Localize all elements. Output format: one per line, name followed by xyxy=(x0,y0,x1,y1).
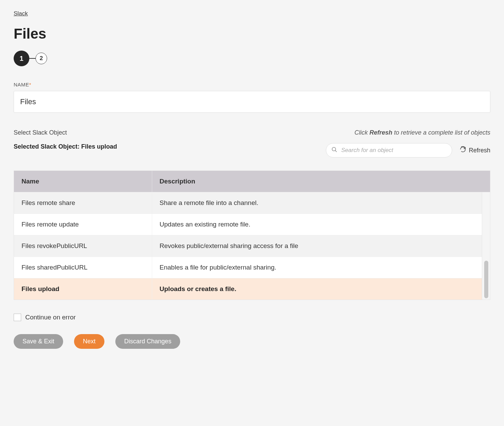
cell-name: Files sharedPublicURL xyxy=(14,257,152,278)
refresh-label: Refresh xyxy=(469,147,490,154)
refresh-hint-prefix: Click xyxy=(355,129,370,136)
table-row[interactable]: Files revokePublicURLRevokes public/exte… xyxy=(14,235,490,257)
continue-on-error-label: Continue on error xyxy=(25,314,76,321)
next-button[interactable]: Next xyxy=(74,334,104,349)
cell-name: Files revokePublicURL xyxy=(14,235,152,257)
name-field-label: NAME* xyxy=(14,82,490,87)
col-header-description[interactable]: Description xyxy=(152,171,490,192)
cell-description: Uploads or creates a file. xyxy=(152,278,490,300)
selected-object-value: Files upload xyxy=(81,143,117,150)
refresh-hint-suffix: to retrieve a complete list of objects xyxy=(392,129,490,136)
breadcrumb-slack[interactable]: Slack xyxy=(14,10,28,17)
table-row[interactable]: Files remote shareShare a remote file in… xyxy=(14,192,490,214)
object-search-input[interactable] xyxy=(326,143,452,157)
refresh-hint: Click Refresh to retrieve a complete lis… xyxy=(355,129,490,136)
step-1[interactable]: 1 xyxy=(14,51,29,66)
step-2[interactable]: 2 xyxy=(35,53,47,64)
step-connector xyxy=(29,58,35,59)
cell-description: Enables a file for public/external shari… xyxy=(152,257,490,278)
search-icon xyxy=(331,147,337,154)
continue-on-error-checkbox[interactable] xyxy=(14,314,21,321)
table-row[interactable]: Files remote updateUpdates an existing r… xyxy=(14,214,490,235)
table-row[interactable]: Files sharedPublicURLEnables a file for … xyxy=(14,257,490,278)
selected-object-prefix: Selected Slack Object: xyxy=(14,143,81,150)
object-table-wrap: Name Description Files remote shareShare… xyxy=(14,170,490,300)
required-star: * xyxy=(29,82,31,87)
svg-point-0 xyxy=(332,147,336,151)
discard-changes-button[interactable]: Discard Changes xyxy=(115,334,180,349)
cell-description: Share a remote file into a channel. xyxy=(152,192,490,214)
name-input[interactable] xyxy=(14,91,490,113)
refresh-icon xyxy=(460,146,466,154)
select-object-label: Select Slack Object xyxy=(14,129,117,136)
name-field-label-text: NAME xyxy=(14,82,29,87)
svg-line-1 xyxy=(335,150,337,152)
page-title: Files xyxy=(14,26,490,42)
cell-name: Files remote share xyxy=(14,192,152,214)
col-header-name[interactable]: Name xyxy=(14,171,152,192)
refresh-button[interactable]: Refresh xyxy=(460,146,490,154)
cell-name: Files remote update xyxy=(14,214,152,235)
cell-name: Files upload xyxy=(14,278,152,300)
cell-description: Updates an existing remote file. xyxy=(152,214,490,235)
table-row[interactable]: Files uploadUploads or creates a file. xyxy=(14,278,490,300)
cell-description: Revokes public/external sharing access f… xyxy=(152,235,490,257)
table-scrollbar-thumb[interactable] xyxy=(484,261,488,298)
table-scrollbar[interactable] xyxy=(482,192,490,300)
refresh-hint-bold: Refresh xyxy=(370,129,392,136)
object-table: Name Description Files remote shareShare… xyxy=(14,171,490,300)
stepper: 1 2 xyxy=(14,51,490,66)
selected-object-line: Selected Slack Object: Files upload xyxy=(14,143,117,150)
save-exit-button[interactable]: Save & Exit xyxy=(14,334,63,349)
